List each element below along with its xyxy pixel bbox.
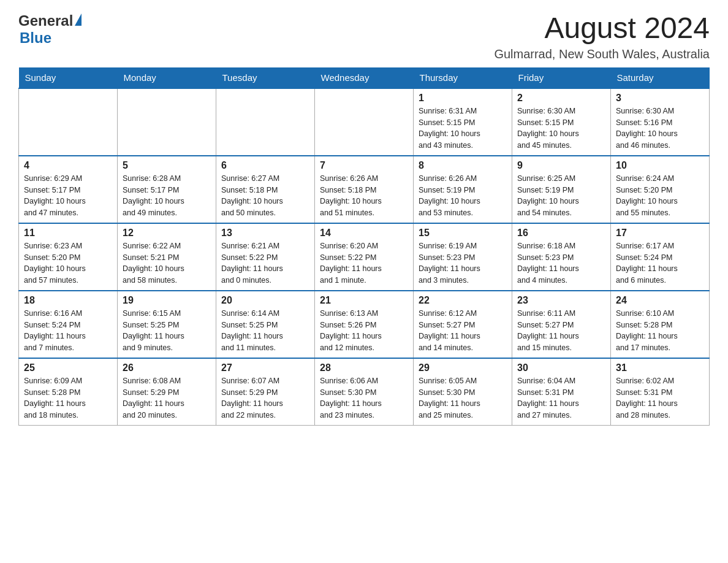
calendar-table: SundayMondayTuesdayWednesdayThursdayFrid…: [18, 67, 710, 426]
day-number: 11: [24, 228, 112, 239]
day-info: Sunrise: 6:28 AM Sunset: 5:17 PM Dayligh…: [123, 173, 211, 219]
day-number: 25: [24, 362, 112, 373]
day-number: 26: [123, 362, 211, 373]
calendar-cell: 11Sunrise: 6:23 AM Sunset: 5:20 PM Dayli…: [19, 223, 118, 291]
day-info: Sunrise: 6:17 AM Sunset: 5:24 PM Dayligh…: [616, 240, 704, 286]
weekday-header-thursday: Thursday: [414, 67, 512, 88]
calendar-cell: 19Sunrise: 6:15 AM Sunset: 5:25 PM Dayli…: [118, 291, 216, 358]
logo-general-text: General: [18, 12, 73, 29]
calendar-cell: 14Sunrise: 6:20 AM Sunset: 5:22 PM Dayli…: [315, 223, 414, 291]
day-number: 4: [24, 160, 112, 171]
calendar-cell: 27Sunrise: 6:07 AM Sunset: 5:29 PM Dayli…: [216, 358, 315, 426]
calendar-cell: 4Sunrise: 6:29 AM Sunset: 5:17 PM Daylig…: [19, 156, 118, 223]
day-info: Sunrise: 6:24 AM Sunset: 5:20 PM Dayligh…: [616, 173, 704, 219]
day-number: 15: [419, 228, 507, 239]
calendar-cell: [118, 88, 216, 156]
day-number: 8: [419, 160, 507, 171]
weekday-header-wednesday: Wednesday: [315, 67, 414, 88]
day-number: 9: [517, 160, 605, 171]
calendar-cell: 22Sunrise: 6:12 AM Sunset: 5:27 PM Dayli…: [414, 291, 512, 358]
day-info: Sunrise: 6:04 AM Sunset: 5:31 PM Dayligh…: [517, 375, 605, 421]
day-info: Sunrise: 6:30 AM Sunset: 5:15 PM Dayligh…: [517, 105, 605, 151]
location-subtitle: Gulmarrad, New South Wales, Australia: [494, 47, 710, 61]
logo: General Blue: [18, 12, 82, 47]
day-info: Sunrise: 6:29 AM Sunset: 5:17 PM Dayligh…: [24, 173, 112, 219]
calendar-cell: 5Sunrise: 6:28 AM Sunset: 5:17 PM Daylig…: [118, 156, 216, 223]
day-number: 17: [616, 228, 704, 239]
day-number: 29: [419, 362, 507, 373]
day-info: Sunrise: 6:21 AM Sunset: 5:22 PM Dayligh…: [221, 240, 309, 286]
calendar-week-row: 4Sunrise: 6:29 AM Sunset: 5:17 PM Daylig…: [19, 156, 710, 223]
day-number: 13: [221, 228, 309, 239]
calendar-week-row: 25Sunrise: 6:09 AM Sunset: 5:28 PM Dayli…: [19, 358, 710, 426]
calendar-cell: 15Sunrise: 6:19 AM Sunset: 5:23 PM Dayli…: [414, 223, 512, 291]
day-number: 24: [616, 295, 704, 306]
calendar-cell: 20Sunrise: 6:14 AM Sunset: 5:25 PM Dayli…: [216, 291, 315, 358]
day-number: 12: [123, 228, 211, 239]
calendar-cell: 18Sunrise: 6:16 AM Sunset: 5:24 PM Dayli…: [19, 291, 118, 358]
weekday-header-monday: Monday: [118, 67, 216, 88]
calendar-cell: 30Sunrise: 6:04 AM Sunset: 5:31 PM Dayli…: [512, 358, 611, 426]
weekday-header-tuesday: Tuesday: [216, 67, 315, 88]
day-info: Sunrise: 6:31 AM Sunset: 5:15 PM Dayligh…: [419, 105, 507, 151]
calendar-week-row: 1Sunrise: 6:31 AM Sunset: 5:15 PM Daylig…: [19, 88, 710, 156]
calendar-cell: 29Sunrise: 6:05 AM Sunset: 5:30 PM Dayli…: [414, 358, 512, 426]
day-info: Sunrise: 6:23 AM Sunset: 5:20 PM Dayligh…: [24, 240, 112, 286]
day-number: 28: [320, 362, 408, 373]
day-info: Sunrise: 6:02 AM Sunset: 5:31 PM Dayligh…: [616, 375, 704, 421]
calendar-cell: 9Sunrise: 6:25 AM Sunset: 5:19 PM Daylig…: [512, 156, 611, 223]
logo-triangle-icon: [75, 13, 82, 26]
calendar-cell: 12Sunrise: 6:22 AM Sunset: 5:21 PM Dayli…: [118, 223, 216, 291]
calendar-cell: 10Sunrise: 6:24 AM Sunset: 5:20 PM Dayli…: [611, 156, 710, 223]
day-number: 6: [221, 160, 309, 171]
day-info: Sunrise: 6:26 AM Sunset: 5:19 PM Dayligh…: [419, 173, 507, 219]
day-info: Sunrise: 6:18 AM Sunset: 5:23 PM Dayligh…: [517, 240, 605, 286]
calendar-cell: [216, 88, 315, 156]
calendar-cell: 16Sunrise: 6:18 AM Sunset: 5:23 PM Dayli…: [512, 223, 611, 291]
day-info: Sunrise: 6:19 AM Sunset: 5:23 PM Dayligh…: [419, 240, 507, 286]
calendar-week-row: 11Sunrise: 6:23 AM Sunset: 5:20 PM Dayli…: [19, 223, 710, 291]
page-header: General Blue August 2024 Gulmarrad, New …: [18, 12, 710, 61]
day-number: 18: [24, 295, 112, 306]
day-info: Sunrise: 6:08 AM Sunset: 5:29 PM Dayligh…: [123, 375, 211, 421]
day-info: Sunrise: 6:14 AM Sunset: 5:25 PM Dayligh…: [221, 308, 309, 354]
day-number: 20: [221, 295, 309, 306]
calendar-cell: [19, 88, 118, 156]
weekday-header-saturday: Saturday: [611, 67, 710, 88]
calendar-cell: 21Sunrise: 6:13 AM Sunset: 5:26 PM Dayli…: [315, 291, 414, 358]
day-number: 2: [517, 93, 605, 104]
calendar-cell: 3Sunrise: 6:30 AM Sunset: 5:16 PM Daylig…: [611, 88, 710, 156]
day-number: 5: [123, 160, 211, 171]
calendar-cell: 24Sunrise: 6:10 AM Sunset: 5:28 PM Dayli…: [611, 291, 710, 358]
day-number: 3: [616, 93, 704, 104]
month-year-title: August 2024: [494, 12, 710, 45]
day-info: Sunrise: 6:20 AM Sunset: 5:22 PM Dayligh…: [320, 240, 408, 286]
day-number: 16: [517, 228, 605, 239]
day-info: Sunrise: 6:25 AM Sunset: 5:19 PM Dayligh…: [517, 173, 605, 219]
day-info: Sunrise: 6:22 AM Sunset: 5:21 PM Dayligh…: [123, 240, 211, 286]
day-number: 14: [320, 228, 408, 239]
logo-blue-text: Blue: [20, 29, 51, 46]
day-info: Sunrise: 6:15 AM Sunset: 5:25 PM Dayligh…: [123, 308, 211, 354]
calendar-cell: 1Sunrise: 6:31 AM Sunset: 5:15 PM Daylig…: [414, 88, 512, 156]
day-info: Sunrise: 6:16 AM Sunset: 5:24 PM Dayligh…: [24, 308, 112, 354]
day-number: 10: [616, 160, 704, 171]
day-info: Sunrise: 6:27 AM Sunset: 5:18 PM Dayligh…: [221, 173, 309, 219]
calendar-cell: 2Sunrise: 6:30 AM Sunset: 5:15 PM Daylig…: [512, 88, 611, 156]
day-info: Sunrise: 6:09 AM Sunset: 5:28 PM Dayligh…: [24, 375, 112, 421]
day-number: 7: [320, 160, 408, 171]
day-number: 19: [123, 295, 211, 306]
calendar-cell: 17Sunrise: 6:17 AM Sunset: 5:24 PM Dayli…: [611, 223, 710, 291]
title-block: August 2024 Gulmarrad, New South Wales, …: [494, 12, 710, 61]
calendar-cell: 8Sunrise: 6:26 AM Sunset: 5:19 PM Daylig…: [414, 156, 512, 223]
day-info: Sunrise: 6:13 AM Sunset: 5:26 PM Dayligh…: [320, 308, 408, 354]
day-number: 27: [221, 362, 309, 373]
day-info: Sunrise: 6:11 AM Sunset: 5:27 PM Dayligh…: [517, 308, 605, 354]
day-info: Sunrise: 6:07 AM Sunset: 5:29 PM Dayligh…: [221, 375, 309, 421]
weekday-header-friday: Friday: [512, 67, 611, 88]
day-info: Sunrise: 6:05 AM Sunset: 5:30 PM Dayligh…: [419, 375, 507, 421]
calendar-cell: [315, 88, 414, 156]
day-number: 1: [419, 93, 507, 104]
day-info: Sunrise: 6:30 AM Sunset: 5:16 PM Dayligh…: [616, 105, 704, 151]
weekday-header-sunday: Sunday: [19, 67, 118, 88]
